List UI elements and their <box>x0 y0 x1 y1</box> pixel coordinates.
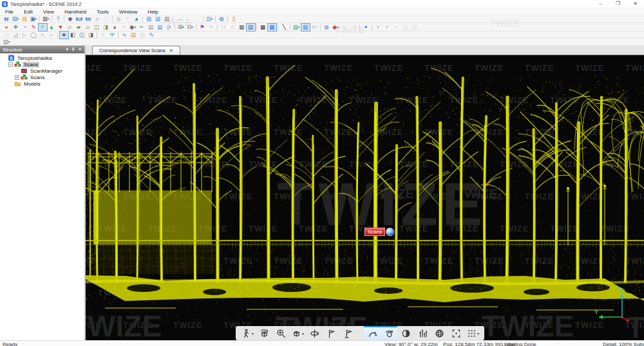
recycle-bin-button[interactable]: ▯▾ <box>165 24 173 31</box>
points-fine-button[interactable]: ∷ <box>220 24 228 31</box>
import-button[interactable]: ▲ <box>133 15 141 23</box>
points-coarse-button[interactable]: ▦ <box>238 24 246 31</box>
menu-item-edit[interactable]: Edit <box>19 9 38 15</box>
sheet-view-button[interactable]: ⊟▾ <box>186 24 194 31</box>
image-a-button[interactable]: ▧ <box>145 15 153 23</box>
apply-green-button[interactable]: → <box>175 15 184 23</box>
fit-b-button[interactable]: ◳ <box>410 24 419 31</box>
flag-annotation-button[interactable] <box>323 326 339 340</box>
notebook-button[interactable]: ▤ <box>129 32 138 39</box>
menu-item-view[interactable]: View <box>38 9 59 15</box>
registration-button[interactable]: ◍ <box>323 24 331 31</box>
web-update-button[interactable]: ◍ <box>218 15 226 23</box>
clipping-box-blue-button[interactable]: ▧ <box>301 24 310 31</box>
orbit-point-button[interactable] <box>381 326 397 340</box>
help-button[interactable]: ? <box>54 15 62 23</box>
visibility-button[interactable]: ◉▾ <box>129 24 137 31</box>
menu-item-window[interactable]: Window <box>114 9 142 15</box>
pin-icon[interactable] <box>71 47 75 52</box>
dark-grid-button[interactable]: ▩ <box>259 24 267 31</box>
view-presets-button[interactable]: ▾ <box>289 326 306 340</box>
draw-line-button[interactable]: ╲ <box>280 24 289 31</box>
home-view-button[interactable]: ⌂ <box>93 15 102 23</box>
circle-select-button[interactable]: ◯ <box>30 32 38 39</box>
scan-marker[interactable]: Scans <box>365 228 394 236</box>
nav-back-button[interactable]: ← <box>184 15 193 23</box>
fill-mode-button[interactable]: ■ <box>60 32 68 39</box>
scan-marker-orb-icon[interactable] <box>386 228 394 236</box>
menu-item-tools[interactable]: Tools <box>91 9 114 15</box>
polyline-select-button[interactable]: ◿ <box>12 32 20 39</box>
tree-item-models[interactable]: Models <box>0 80 84 87</box>
select-tool-button[interactable]: ✐ <box>39 24 47 31</box>
view-3d-button[interactable]: 3D <box>75 15 84 23</box>
blue-grid-button[interactable]: ▦ <box>268 24 276 31</box>
world-view-button[interactable]: ◔ <box>21 24 29 31</box>
undo-button[interactable]: ↶ <box>124 15 132 23</box>
flag-purple-button[interactable]: ⚑ <box>198 24 207 31</box>
layer-front-button[interactable]: ◧ <box>69 32 77 39</box>
menu-item-help[interactable]: Help <box>142 9 163 15</box>
tree-item-scanmanager[interactable]: ScanManager <box>0 68 84 74</box>
orbit-a-button[interactable]: ↻ <box>341 24 349 31</box>
points-medium-button[interactable]: ∴ <box>229 24 237 31</box>
tree-expander-icon[interactable]: + <box>15 75 19 80</box>
cube-view-3-button[interactable]: ▱ <box>84 24 92 31</box>
zoom-area-button[interactable]: ◔ <box>120 24 128 31</box>
open-project-button[interactable]: ▧ <box>21 15 29 23</box>
clipping-box-green-button[interactable]: ▧▾ <box>292 24 301 31</box>
grid-settings-button[interactable]: ▾ <box>464 326 481 340</box>
prev-scan-button[interactable]: ‹ <box>374 24 383 31</box>
notes-button[interactable]: ▯ <box>230 15 238 23</box>
new-document-button[interactable]: ▤▾ <box>12 15 20 23</box>
doc-small-button[interactable]: ▤ <box>147 24 155 31</box>
point-cloud-viewport[interactable]: TWIZETWIZETWIZETWIZETWIZETWIZETWIZETWIZE… <box>86 55 644 340</box>
quick-marker-button[interactable]: ▤▾ <box>3 39 11 46</box>
tab-correspondence-view-scans[interactable]: Correspondence View Scans ✕ <box>92 46 180 55</box>
grid-view-button[interactable]: ⊞▾ <box>177 24 185 31</box>
tree-item-scans[interactable]: +Scans <box>0 74 84 80</box>
ellipse-select-button[interactable]: ○ <box>39 32 47 39</box>
panel-close-button[interactable]: ✕ <box>78 47 82 52</box>
fit-a-button[interactable]: ◱ <box>401 24 410 31</box>
paste-button[interactable]: ▣ <box>115 15 123 23</box>
measure-tool-button[interactable]: ✎ <box>30 24 38 31</box>
next-scan-button[interactable]: › <box>383 24 392 31</box>
zoom-button[interactable] <box>272 326 289 340</box>
contrast-button[interactable] <box>397 326 414 340</box>
pan-tool-button[interactable]: ✚ <box>12 24 20 31</box>
minimize-button[interactable]: – <box>592 0 609 8</box>
snapshot-button[interactable]: ◉ <box>66 15 75 23</box>
cube-view-4-button[interactable]: ◫ <box>93 24 101 31</box>
tree-item-scans[interactable]: −Scans <box>0 61 84 68</box>
curve-tool-button[interactable]: ∿ <box>120 32 129 39</box>
close-button[interactable]: ✕ <box>627 0 644 8</box>
target-red-button[interactable]: ◉▾ <box>332 24 340 31</box>
maximize-restore-button[interactable]: ❐ <box>609 0 627 8</box>
share-button[interactable]: ✦ <box>362 24 370 31</box>
edit-pen-button[interactable]: ✎ <box>147 32 156 39</box>
cube-view-5-button[interactable]: ◨ <box>102 24 110 31</box>
layer-group-button[interactable]: ◨ <box>87 32 95 39</box>
view-planar-button[interactable]: 12 <box>84 15 93 23</box>
cube-view-2-button[interactable]: ▰ <box>75 24 83 31</box>
image-b-button[interactable]: ▨ <box>154 15 162 23</box>
full-extent-button[interactable] <box>448 326 464 340</box>
stand-up-view-button[interactable]: ▲ <box>48 24 56 31</box>
rotate-view-button[interactable] <box>306 326 323 340</box>
save-button[interactable]: ▣▾ <box>30 15 38 23</box>
projection-sphere-button[interactable] <box>431 326 448 340</box>
draw-pen-button[interactable]: ✎ <box>207 24 216 31</box>
select-rectangle-button[interactable]: ▭ <box>3 32 11 39</box>
desk-button[interactable]: ▥ <box>163 15 171 23</box>
drop-view-button[interactable]: ▼ <box>57 24 65 31</box>
clip-small-button[interactable]: ✂ <box>138 24 146 31</box>
flag-target-button[interactable] <box>339 326 356 340</box>
print-button[interactable]: ▦▾ <box>42 15 50 23</box>
branch-tool-button[interactable]: Ψ <box>108 32 117 39</box>
zoom-in-button[interactable]: ◕ <box>111 24 119 31</box>
tree-item-tancploshadka[interactable]: STancploshadka <box>0 55 84 61</box>
star-tool-button[interactable]: ✱▾ <box>310 24 319 31</box>
tree-expander-icon[interactable]: − <box>8 62 13 67</box>
image-small-button[interactable]: ▧ <box>156 24 164 31</box>
